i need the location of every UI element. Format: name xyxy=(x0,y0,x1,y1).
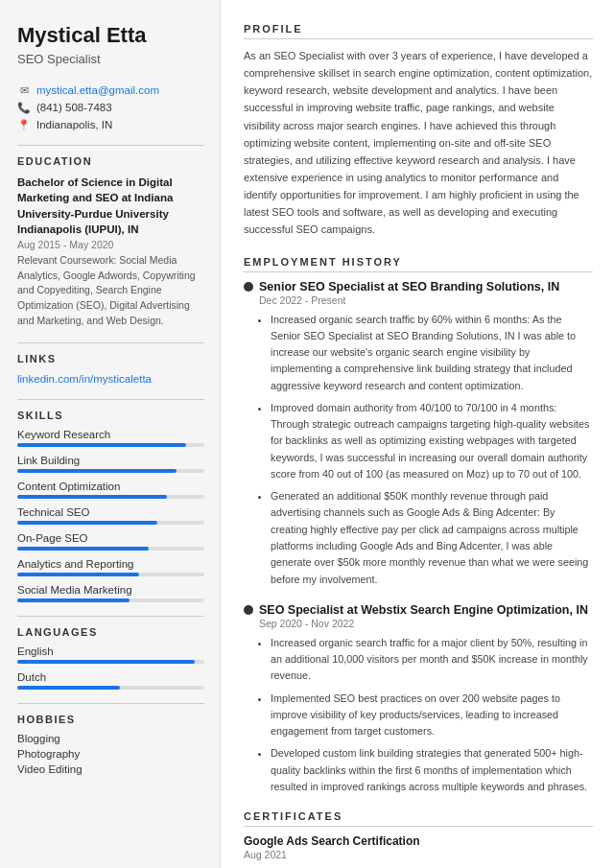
candidate-name: Mystical Etta xyxy=(17,23,204,48)
location-text: Indianapolis, IN xyxy=(36,119,112,130)
language-item: Dutch xyxy=(17,671,204,690)
location-icon: 📍 xyxy=(17,118,31,131)
skill-bar-fill xyxy=(17,495,167,499)
job-title: SEO Specialist at Webstix Search Engine … xyxy=(244,603,593,617)
email-icon: ✉ xyxy=(17,83,31,97)
skill-bar-bg xyxy=(17,469,204,473)
divider-hobbies xyxy=(17,703,204,704)
skill-name: Keyword Research xyxy=(17,429,204,440)
skill-item: Analytics and Reporting xyxy=(17,558,204,576)
job-entry: SEO Specialist at Webstix Search Engine … xyxy=(244,603,593,795)
skill-bar-fill xyxy=(17,469,177,473)
job-date: Dec 2022 - Present xyxy=(259,294,593,306)
email-contact: ✉ mystical.etta@gmail.com xyxy=(17,83,204,97)
skill-bar-bg xyxy=(17,573,204,576)
employment-list: Senior SEO Specialist at SEO Branding So… xyxy=(244,280,593,796)
job-bullet: Implemented SEO best practices on over 2… xyxy=(271,691,593,740)
job-dot xyxy=(244,282,253,292)
skill-bar-fill xyxy=(17,573,139,576)
job-bullet: Increased organic search traffic by 60% … xyxy=(271,312,593,394)
education-coursework: Relevant Coursework: Social Media Analyt… xyxy=(17,253,204,329)
skill-item: Content Optimization xyxy=(17,481,204,499)
job-date: Sep 2020 - Nov 2022 xyxy=(259,618,593,629)
divider-education xyxy=(17,145,204,146)
main-content: PROFILE As an SEO Specialist with over 3… xyxy=(221,0,614,868)
skill-bar-bg xyxy=(17,547,204,551)
job-bullets-list: Increased organic search traffic for a m… xyxy=(259,635,593,795)
profile-section-title: PROFILE xyxy=(244,23,593,39)
hobbies-list: BloggingPhotographyVideo Editing xyxy=(17,733,204,775)
skill-bar-fill xyxy=(17,521,157,525)
hobby-item: Blogging xyxy=(17,733,204,744)
job-dot xyxy=(244,605,253,615)
profile-text: As an SEO Specialist with over 3 years o… xyxy=(244,47,593,239)
skill-bar-fill xyxy=(17,598,130,602)
links-section-title: LINKS xyxy=(17,353,204,364)
candidate-title: SEO Specialist xyxy=(17,52,204,66)
skill-bar-fill xyxy=(17,443,186,447)
divider-languages xyxy=(17,616,204,617)
phone-text: (841) 508-7483 xyxy=(36,102,112,113)
skill-name: Social Media Marketing xyxy=(17,584,204,596)
skill-name: Analytics and Reporting xyxy=(17,558,204,570)
certificate-item: Google Ads Search Certification Aug 2021 xyxy=(244,834,593,860)
skill-item: Social Media Marketing xyxy=(17,584,204,602)
languages-list: English Dutch xyxy=(17,645,204,690)
languages-section-title: LANGUAGES xyxy=(17,626,204,638)
language-bar-bg xyxy=(17,686,204,690)
skill-bar-bg xyxy=(17,495,204,499)
language-bar-bg xyxy=(17,660,204,664)
certificates-list: Google Ads Search Certification Aug 2021… xyxy=(244,834,593,868)
skill-item: Keyword Research xyxy=(17,429,204,447)
skill-item: Link Building xyxy=(17,455,204,473)
email-link[interactable]: mystical.etta@gmail.com xyxy=(36,84,159,96)
language-bar-fill xyxy=(17,686,120,690)
resume-container: Mystical Etta SEO Specialist ✉ mystical.… xyxy=(0,0,614,868)
location-contact: 📍 Indianapolis, IN xyxy=(17,118,204,131)
linkedin-link[interactable]: linkedin.com/in/mysticaletta xyxy=(17,373,152,385)
certificate-date: Aug 2021 xyxy=(244,849,593,860)
certificates-section-title: CERTIFICATES xyxy=(244,810,593,827)
language-item: English xyxy=(17,645,204,664)
skill-bar-bg xyxy=(17,521,204,525)
linkedin-link-container: linkedin.com/in/mysticaletta xyxy=(17,372,204,386)
skill-name: On-Page SEO xyxy=(17,532,204,544)
hobbies-section-title: HOBBIES xyxy=(17,714,204,725)
job-title: Senior SEO Specialist at SEO Branding So… xyxy=(244,280,593,293)
job-bullet: Improved domain authority from 40/100 to… xyxy=(271,400,593,482)
skill-name: Link Building xyxy=(17,455,204,466)
education-section-title: EDUCATION xyxy=(17,155,204,167)
certificate-name: Google Ads Search Certification xyxy=(244,834,593,848)
skills-list: Keyword Research Link Building Content O… xyxy=(17,429,204,602)
phone-icon: 📞 xyxy=(17,101,31,114)
phone-contact: 📞 (841) 508-7483 xyxy=(17,101,204,114)
skill-name: Content Optimization xyxy=(17,481,204,492)
divider-links xyxy=(17,342,204,343)
divider-skills xyxy=(17,399,204,400)
skill-item: Technical SEO xyxy=(17,506,204,525)
job-entry: Senior SEO Specialist at SEO Branding So… xyxy=(244,280,593,588)
hobby-item: Video Editing xyxy=(17,763,204,775)
sidebar: Mystical Etta SEO Specialist ✉ mystical.… xyxy=(0,0,221,868)
job-bullet: Generated an additional $50K monthly rev… xyxy=(271,488,593,588)
education-date: Aug 2015 - May 2020 xyxy=(17,239,204,250)
skill-name: Technical SEO xyxy=(17,506,204,518)
job-bullets-list: Increased organic search traffic by 60% … xyxy=(259,312,593,588)
education-degree: Bachelor of Science in Digital Marketing… xyxy=(17,175,204,236)
language-name: Dutch xyxy=(17,671,204,683)
job-bullet: Developed custom link building strategie… xyxy=(271,745,593,795)
hobby-item: Photography xyxy=(17,748,204,760)
skills-section-title: SKILLS xyxy=(17,410,204,421)
skill-bar-bg xyxy=(17,443,204,447)
job-bullet: Increased organic search traffic for a m… xyxy=(271,635,593,685)
employment-section-title: EMPLOYMENT HISTORY xyxy=(244,256,593,272)
skill-bar-fill xyxy=(17,547,149,551)
skill-bar-bg xyxy=(17,598,204,602)
skill-item: On-Page SEO xyxy=(17,532,204,551)
language-bar-fill xyxy=(17,660,195,664)
language-name: English xyxy=(17,645,204,657)
